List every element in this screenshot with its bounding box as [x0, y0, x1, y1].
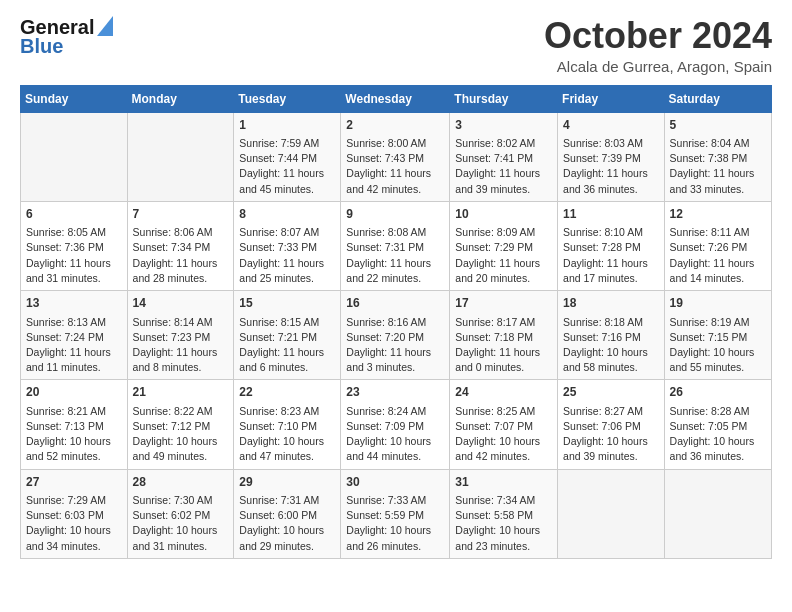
daylight-text: Daylight: 11 hours and 25 minutes.: [239, 257, 324, 284]
day-number: 18: [563, 295, 659, 312]
logo: General Blue: [20, 16, 113, 58]
calendar-cell: [558, 469, 665, 558]
sunset-text: Sunset: 5:58 PM: [455, 509, 533, 521]
sunrise-text: Sunrise: 8:14 AM: [133, 316, 213, 328]
sunset-text: Sunset: 7:10 PM: [239, 420, 317, 432]
day-number: 23: [346, 384, 444, 401]
day-number: 27: [26, 474, 122, 491]
calendar-header-row: SundayMondayTuesdayWednesdayThursdayFrid…: [21, 85, 772, 112]
sunset-text: Sunset: 7:05 PM: [670, 420, 748, 432]
day-number: 31: [455, 474, 552, 491]
daylight-text: Daylight: 11 hours and 45 minutes.: [239, 167, 324, 194]
daylight-text: Daylight: 10 hours and 58 minutes.: [563, 346, 648, 373]
calendar-cell: 8Sunrise: 8:07 AMSunset: 7:33 PMDaylight…: [234, 201, 341, 290]
day-number: 5: [670, 117, 766, 134]
sunset-text: Sunset: 7:13 PM: [26, 420, 104, 432]
sunrise-text: Sunrise: 8:10 AM: [563, 226, 643, 238]
sunset-text: Sunset: 7:39 PM: [563, 152, 641, 164]
sunrise-text: Sunrise: 8:22 AM: [133, 405, 213, 417]
sunset-text: Sunset: 7:26 PM: [670, 241, 748, 253]
daylight-text: Daylight: 10 hours and 47 minutes.: [239, 435, 324, 462]
sunset-text: Sunset: 7:29 PM: [455, 241, 533, 253]
calendar-cell: 3Sunrise: 8:02 AMSunset: 7:41 PMDaylight…: [450, 112, 558, 201]
calendar-cell: 6Sunrise: 8:05 AMSunset: 7:36 PMDaylight…: [21, 201, 128, 290]
day-number: 12: [670, 206, 766, 223]
header-day-sunday: Sunday: [21, 85, 128, 112]
day-number: 25: [563, 384, 659, 401]
sunset-text: Sunset: 7:38 PM: [670, 152, 748, 164]
sunrise-text: Sunrise: 8:23 AM: [239, 405, 319, 417]
sunset-text: Sunset: 7:07 PM: [455, 420, 533, 432]
daylight-text: Daylight: 11 hours and 36 minutes.: [563, 167, 648, 194]
day-number: 24: [455, 384, 552, 401]
daylight-text: Daylight: 11 hours and 6 minutes.: [239, 346, 324, 373]
sunset-text: Sunset: 7:15 PM: [670, 331, 748, 343]
sunset-text: Sunset: 7:09 PM: [346, 420, 424, 432]
sunrise-text: Sunrise: 8:06 AM: [133, 226, 213, 238]
day-number: 22: [239, 384, 335, 401]
week-row-3: 13Sunrise: 8:13 AMSunset: 7:24 PMDayligh…: [21, 291, 772, 380]
day-number: 4: [563, 117, 659, 134]
day-number: 16: [346, 295, 444, 312]
calendar-cell: 22Sunrise: 8:23 AMSunset: 7:10 PMDayligh…: [234, 380, 341, 469]
day-number: 1: [239, 117, 335, 134]
sunrise-text: Sunrise: 7:34 AM: [455, 494, 535, 506]
svg-marker-0: [97, 16, 113, 36]
location-title: Alcala de Gurrea, Aragon, Spain: [544, 58, 772, 75]
daylight-text: Daylight: 10 hours and 23 minutes.: [455, 524, 540, 551]
calendar-cell: 11Sunrise: 8:10 AMSunset: 7:28 PMDayligh…: [558, 201, 665, 290]
calendar-cell: 18Sunrise: 8:18 AMSunset: 7:16 PMDayligh…: [558, 291, 665, 380]
sunset-text: Sunset: 7:43 PM: [346, 152, 424, 164]
sunrise-text: Sunrise: 8:11 AM: [670, 226, 750, 238]
day-number: 10: [455, 206, 552, 223]
sunset-text: Sunset: 7:44 PM: [239, 152, 317, 164]
calendar-cell: 4Sunrise: 8:03 AMSunset: 7:39 PMDaylight…: [558, 112, 665, 201]
sunset-text: Sunset: 7:31 PM: [346, 241, 424, 253]
sunrise-text: Sunrise: 8:02 AM: [455, 137, 535, 149]
sunset-text: Sunset: 7:23 PM: [133, 331, 211, 343]
day-number: 14: [133, 295, 229, 312]
month-title: October 2024: [544, 16, 772, 56]
calendar-cell: 29Sunrise: 7:31 AMSunset: 6:00 PMDayligh…: [234, 469, 341, 558]
sunrise-text: Sunrise: 8:25 AM: [455, 405, 535, 417]
sunrise-text: Sunrise: 8:16 AM: [346, 316, 426, 328]
sunrise-text: Sunrise: 7:33 AM: [346, 494, 426, 506]
daylight-text: Daylight: 10 hours and 39 minutes.: [563, 435, 648, 462]
sunrise-text: Sunrise: 7:31 AM: [239, 494, 319, 506]
calendar-cell: 15Sunrise: 8:15 AMSunset: 7:21 PMDayligh…: [234, 291, 341, 380]
calendar-cell: 28Sunrise: 7:30 AMSunset: 6:02 PMDayligh…: [127, 469, 234, 558]
calendar-cell: 23Sunrise: 8:24 AMSunset: 7:09 PMDayligh…: [341, 380, 450, 469]
sunrise-text: Sunrise: 8:21 AM: [26, 405, 106, 417]
sunrise-text: Sunrise: 8:19 AM: [670, 316, 750, 328]
daylight-text: Daylight: 10 hours and 52 minutes.: [26, 435, 111, 462]
day-number: 7: [133, 206, 229, 223]
daylight-text: Daylight: 11 hours and 0 minutes.: [455, 346, 540, 373]
calendar-cell: [664, 469, 771, 558]
daylight-text: Daylight: 10 hours and 31 minutes.: [133, 524, 218, 551]
calendar-cell: 26Sunrise: 8:28 AMSunset: 7:05 PMDayligh…: [664, 380, 771, 469]
sunrise-text: Sunrise: 7:59 AM: [239, 137, 319, 149]
header-day-friday: Friday: [558, 85, 665, 112]
daylight-text: Daylight: 11 hours and 14 minutes.: [670, 257, 755, 284]
daylight-text: Daylight: 10 hours and 55 minutes.: [670, 346, 755, 373]
sunrise-text: Sunrise: 8:28 AM: [670, 405, 750, 417]
sunset-text: Sunset: 7:41 PM: [455, 152, 533, 164]
daylight-text: Daylight: 11 hours and 8 minutes.: [133, 346, 218, 373]
calendar-cell: 16Sunrise: 8:16 AMSunset: 7:20 PMDayligh…: [341, 291, 450, 380]
sunset-text: Sunset: 6:00 PM: [239, 509, 317, 521]
sunrise-text: Sunrise: 8:09 AM: [455, 226, 535, 238]
calendar-cell: 10Sunrise: 8:09 AMSunset: 7:29 PMDayligh…: [450, 201, 558, 290]
sunset-text: Sunset: 7:16 PM: [563, 331, 641, 343]
sunrise-text: Sunrise: 8:00 AM: [346, 137, 426, 149]
sunset-text: Sunset: 6:02 PM: [133, 509, 211, 521]
day-number: 3: [455, 117, 552, 134]
day-number: 28: [133, 474, 229, 491]
day-number: 2: [346, 117, 444, 134]
sunset-text: Sunset: 5:59 PM: [346, 509, 424, 521]
calendar-cell: 19Sunrise: 8:19 AMSunset: 7:15 PMDayligh…: [664, 291, 771, 380]
calendar-cell: 24Sunrise: 8:25 AMSunset: 7:07 PMDayligh…: [450, 380, 558, 469]
calendar-cell: 1Sunrise: 7:59 AMSunset: 7:44 PMDaylight…: [234, 112, 341, 201]
daylight-text: Daylight: 10 hours and 42 minutes.: [455, 435, 540, 462]
day-number: 13: [26, 295, 122, 312]
sunset-text: Sunset: 7:18 PM: [455, 331, 533, 343]
